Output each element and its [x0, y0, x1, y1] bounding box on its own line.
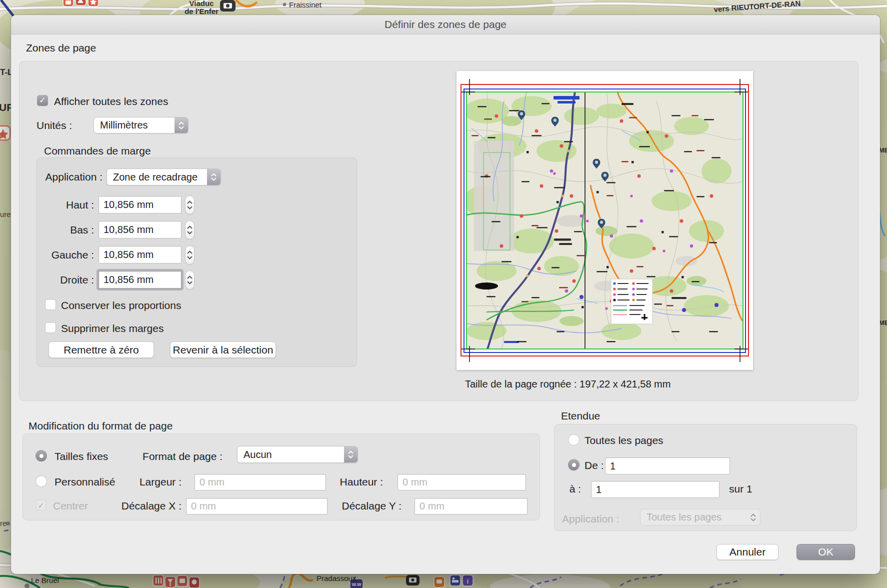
bg-label-le-bruel: Le Bruel	[31, 576, 59, 584]
revert-selection-button[interactable]: Revenir à la sélection	[170, 342, 276, 358]
chevron-up-down-icon	[344, 446, 358, 462]
from-page-radio[interactable]	[568, 459, 580, 470]
right-margin-label: Droite :	[34, 274, 94, 286]
top-margin-stepper[interactable]	[185, 196, 194, 214]
dialog-titlebar[interactable]: Définir des zones de page	[11, 15, 880, 34]
custom-size-radio[interactable]	[36, 476, 47, 487]
bg-label-frag-re: re	[0, 519, 6, 528]
bg-label-fraissinet: Fraissinet	[289, 0, 322, 9]
zones-header: Zones de page	[26, 42, 96, 54]
cancel-button[interactable]: Annuler	[716, 544, 778, 560]
page-total-label: sur 1	[729, 483, 752, 495]
chevron-up-down-icon	[207, 169, 220, 185]
center-checkbox	[36, 500, 46, 510]
chevron-up-down-icon	[174, 118, 188, 133]
range-application-label: Application :	[562, 513, 619, 525]
camera-icon	[220, 0, 236, 12]
from-page-field[interactable]	[605, 458, 730, 474]
bottom-margin-field[interactable]	[98, 221, 182, 238]
application-label: Application :	[28, 171, 102, 183]
fixed-sizes-label: Tailles fixes	[54, 450, 108, 462]
bg-label-pradassoux: Pradassoux	[316, 574, 356, 582]
application-popup[interactable]: Zone de recadrage	[106, 168, 221, 186]
remove-margins-checkbox[interactable]	[45, 322, 56, 333]
top-margin-field[interactable]	[98, 196, 182, 214]
units-popup-value: Millimètres	[94, 120, 174, 131]
height-label: Hauteur :	[323, 476, 383, 488]
width-label: Largeur :	[122, 476, 182, 488]
application-popup-value: Zone de recadrage	[107, 172, 207, 183]
keep-proportions-checkbox[interactable]	[45, 299, 56, 310]
star-poi-icon	[0, 126, 10, 140]
right-margin-field[interactable]	[98, 271, 182, 288]
right-margin-stepper[interactable]	[185, 270, 194, 290]
bg-label-frag-ure: ure	[0, 210, 11, 218]
bg-poi-icons-top	[63, 0, 98, 6]
left-margin-stepper[interactable]	[185, 246, 194, 264]
from-label: De :	[584, 460, 604, 472]
range-application-popup: Toutes les pages	[640, 509, 760, 526]
to-label: à :	[558, 483, 581, 495]
bottom-margin-stepper[interactable]	[185, 220, 194, 240]
margin-controls-header: Commandes de marge	[44, 145, 151, 157]
bg-label-viaduc-1: Viaduc	[190, 0, 214, 8]
page-format-popup-value: Aucun	[238, 449, 344, 460]
page-preview-map	[456, 71, 753, 370]
svg-text:i: i	[467, 578, 469, 585]
chevron-up-down-icon	[746, 510, 760, 525]
bg-label-viaduc-2: de l'Enfer	[184, 7, 218, 16]
to-page-field[interactable]	[591, 481, 720, 498]
offset-x-field[interactable]	[186, 498, 328, 514]
height-field[interactable]	[398, 474, 526, 490]
margin-controls-groupbox	[36, 158, 357, 367]
units-popup[interactable]: Millimètres	[94, 117, 188, 134]
fixed-sizes-radio[interactable]	[36, 450, 47, 462]
all-pages-label: Toutes les pages	[584, 434, 664, 446]
width-field[interactable]	[194, 474, 326, 490]
svg-text:W.W: W.W	[352, 582, 362, 587]
range-header: Etendue	[561, 410, 600, 422]
map-legend	[611, 279, 652, 324]
bg-label-frag-me2: ME	[879, 319, 887, 326]
show-all-zones-checkbox[interactable]	[37, 95, 48, 106]
offset-x-label: Décalage X :	[109, 500, 182, 512]
trimmed-page-size: Taille de la page rognée : 197,22 x 421,…	[465, 378, 670, 390]
custom-size-label: Personnalisé	[54, 476, 115, 488]
reset-button[interactable]: Remettre à zéro	[48, 342, 154, 358]
ok-button[interactable]: OK	[796, 544, 855, 560]
page-format-popup[interactable]: Aucun	[237, 446, 358, 463]
remove-margins-label: Supprimer les marges	[61, 322, 164, 334]
page-boxes-dialog: Définir des zones de page Zones de page …	[11, 15, 880, 574]
center-label: Centrer	[53, 500, 88, 512]
page-format-label: Format de page :	[130, 450, 222, 462]
keep-proportions-label: Conserver les proportions	[61, 300, 181, 312]
left-margin-label: Gauche :	[34, 249, 94, 261]
show-all-zones-label: Afficher toutes les zones	[54, 96, 168, 108]
offset-y-label: Décalage Y :	[329, 500, 402, 512]
units-label: Unités :	[36, 120, 72, 132]
offset-y-field[interactable]	[414, 498, 528, 514]
range-application-popup-value: Toutes les pages	[640, 512, 746, 523]
dialog-title: Définir des zones de page	[384, 18, 506, 30]
bg-label-frag-me1: ME	[879, 146, 887, 154]
page-format-header: Modification du format de page	[28, 420, 172, 432]
left-margin-field[interactable]	[98, 246, 182, 264]
page-preview	[456, 71, 753, 370]
all-pages-radio[interactable]	[568, 434, 580, 446]
top-margin-label: Haut :	[34, 199, 94, 211]
bottom-margin-label: Bas :	[34, 224, 94, 236]
screen: W.W i Viaduc de l'Enfer Fraissinet vers …	[0, 0, 887, 588]
